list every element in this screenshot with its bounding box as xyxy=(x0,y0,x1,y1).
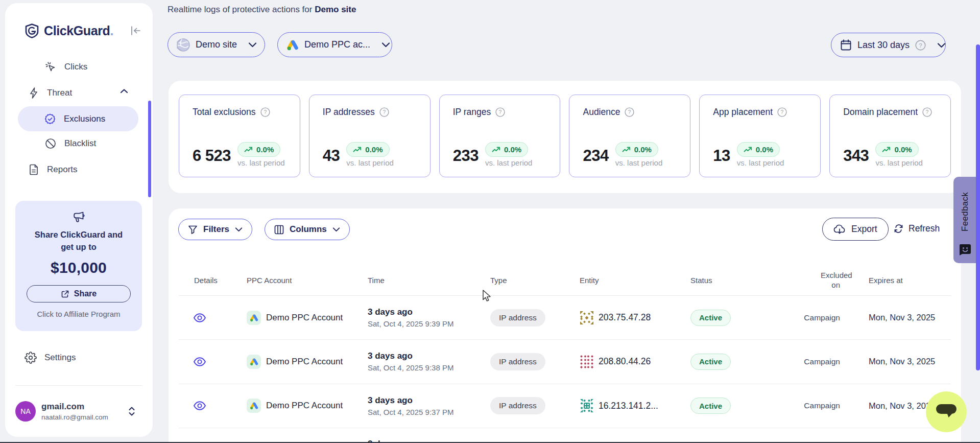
column-header-status[interactable]: Status xyxy=(690,276,793,285)
sidebar-item-threat[interactable]: Threat xyxy=(28,87,128,99)
trend-badge: 0.0% xyxy=(737,142,780,157)
stat-card: IP ranges ? 233 0.0% vs. last period xyxy=(439,95,561,177)
svg-text:?: ? xyxy=(919,42,922,48)
status-badge: Active xyxy=(690,310,731,326)
row-details-cell xyxy=(179,357,247,367)
column-header-ppc-account[interactable]: PPC Account xyxy=(247,276,368,285)
column-header-details[interactable]: Details xyxy=(179,276,247,285)
help-circle-icon[interactable]: ? xyxy=(495,107,505,117)
brand-dot: . xyxy=(110,24,113,38)
stat-card: Domain placement ? 343 0.0% vs. last per… xyxy=(829,95,951,177)
chevron-up-icon[interactable] xyxy=(120,88,128,94)
sidebar-item-settings[interactable]: Settings xyxy=(25,352,76,364)
table-row[interactable]: Demo PPC Account 3 days ago Sat, Oct 4, … xyxy=(179,296,951,340)
brand-logo[interactable]: ClickGuard. xyxy=(25,24,113,38)
sidebar-scrollbar-thumb[interactable] xyxy=(148,101,151,197)
refresh-button[interactable]: Refresh xyxy=(894,223,940,234)
ppc-account-selector[interactable]: Demo PPC ac... xyxy=(277,32,392,57)
stat-caption: vs. last period xyxy=(346,158,394,167)
trending-up-icon xyxy=(882,147,891,153)
help-circle-icon[interactable]: ? xyxy=(922,107,932,117)
stat-card: App placement ? 13 0.0% vs. last period xyxy=(699,95,821,177)
trending-up-icon xyxy=(744,147,752,153)
trend-badge: 0.0% xyxy=(485,142,528,157)
stat-title: Total exclusions xyxy=(193,107,256,118)
identicon xyxy=(580,399,594,413)
table-header-row: Details PPC Account Time Type Entity Sta… xyxy=(179,265,951,296)
help-circle-icon[interactable]: ? xyxy=(915,40,926,51)
share-button[interactable]: Share xyxy=(27,285,131,302)
sidebar-item-label: Blacklist xyxy=(64,138,96,149)
type-badge: IP address xyxy=(490,309,545,327)
stat-caption: vs. last period xyxy=(237,158,285,167)
trend-badge: 0.0% xyxy=(237,142,280,157)
stat-card: Audience ? 234 0.0% vs. last period xyxy=(569,95,690,177)
refresh-icon xyxy=(894,224,903,234)
date-range-value: Last 30 days xyxy=(857,40,910,51)
help-circle-icon[interactable]: ? xyxy=(260,107,270,117)
account-switcher[interactable]: NA gmail.com naatali.ro@gmail.com xyxy=(15,401,138,422)
date-range-selector[interactable]: Last 30 days ? xyxy=(831,33,946,57)
columns-button[interactable]: Columns xyxy=(265,219,350,240)
sidebar-collapse-icon[interactable] xyxy=(130,26,141,36)
feedback-tab[interactable]: Feedback xyxy=(953,177,976,263)
column-header-expires-at[interactable]: Expires at xyxy=(854,276,951,285)
sidebar-item-exclusions[interactable]: Exclusions xyxy=(18,106,138,131)
table-row[interactable]: Demo PPC Account 3 days ago Sat, Oct 4, … xyxy=(179,384,951,428)
row-status-cell: Active xyxy=(690,354,793,370)
funnel-icon xyxy=(188,225,198,235)
row-entity-cell: 203.75.47.28 xyxy=(580,311,690,325)
eye-icon[interactable] xyxy=(193,357,247,367)
table-row[interactable]: Demo PPC Account 3 days ago Sat, Oct 4, … xyxy=(179,340,951,384)
stat-title: IP ranges xyxy=(453,107,491,118)
stat-value: 343 xyxy=(843,148,869,163)
column-header-entity[interactable]: Entity xyxy=(580,276,690,285)
chevron-down-icon xyxy=(937,42,946,48)
site-selector[interactable]: Demo site xyxy=(168,32,265,57)
row-time-cell: 3 days ago Sat, Oct 4, 2025 9:38 PM xyxy=(368,351,490,372)
stat-title: App placement xyxy=(713,107,773,118)
columns-icon xyxy=(274,225,284,235)
column-header-type[interactable]: Type xyxy=(490,276,580,285)
filters-button[interactable]: Filters xyxy=(178,219,252,240)
calendar-icon xyxy=(840,39,852,51)
google-ads-icon xyxy=(286,39,299,51)
sidebar-item-clicks[interactable]: Clicks xyxy=(44,61,87,73)
table-row-partial[interactable]: 3 days ago xyxy=(179,428,951,443)
sidebar: ClickGuard. Clicks Threat xyxy=(5,3,153,437)
status-badge: Active xyxy=(690,398,731,414)
chat-bubble-icon xyxy=(935,403,958,421)
badge-check-icon xyxy=(44,113,56,125)
avatar: NA xyxy=(15,401,36,422)
sidebar-divider xyxy=(15,385,142,386)
sidebar-item-blacklist[interactable]: Blacklist xyxy=(44,137,96,150)
stat-card: Total exclusions ? 6 523 0.0% vs. last p… xyxy=(179,95,300,177)
row-type-cell: IP address xyxy=(490,353,580,370)
row-details-cell xyxy=(179,401,247,411)
stat-card: IP addresses ? 43 0.0% vs. last period xyxy=(309,95,431,177)
eye-icon[interactable] xyxy=(193,401,247,411)
row-excluded-on-cell: Campaign xyxy=(793,357,854,366)
chevron-up-down-icon[interactable] xyxy=(128,406,136,417)
chevron-down-icon xyxy=(381,42,390,48)
chat-widget-button[interactable] xyxy=(926,391,967,432)
export-button[interactable]: Export xyxy=(822,218,889,241)
column-header-time[interactable]: Time xyxy=(368,276,490,285)
row-time-cell: 3 days ago Sat, Oct 4, 2025 9:37 PM xyxy=(368,395,490,416)
cloud-download-icon xyxy=(833,224,846,235)
page-scrollbar-thumb[interactable] xyxy=(976,44,980,370)
lightning-icon xyxy=(28,87,39,99)
column-header-excluded-on[interactable]: Excluded on xyxy=(793,270,854,290)
affiliate-promo-card[interactable]: Share ClickGuard and get up to $10,000 S… xyxy=(15,201,142,331)
help-circle-icon[interactable]: ? xyxy=(625,107,634,117)
help-circle-icon[interactable]: ? xyxy=(777,107,787,117)
site-selector-value: Demo site xyxy=(196,39,237,50)
svg-text:?: ? xyxy=(926,109,929,115)
row-ppc-account-cell: Demo PPC Account xyxy=(247,399,368,413)
help-circle-icon[interactable]: ? xyxy=(379,107,389,117)
eye-icon[interactable] xyxy=(193,313,247,323)
row-entity-cell: 208.80.44.26 xyxy=(580,355,690,369)
sidebar-item-reports[interactable]: Reports xyxy=(28,164,78,176)
row-expires-at-cell: Mon, Nov 3, 2025 xyxy=(854,357,951,366)
stat-caption: vs. last period xyxy=(737,158,784,167)
